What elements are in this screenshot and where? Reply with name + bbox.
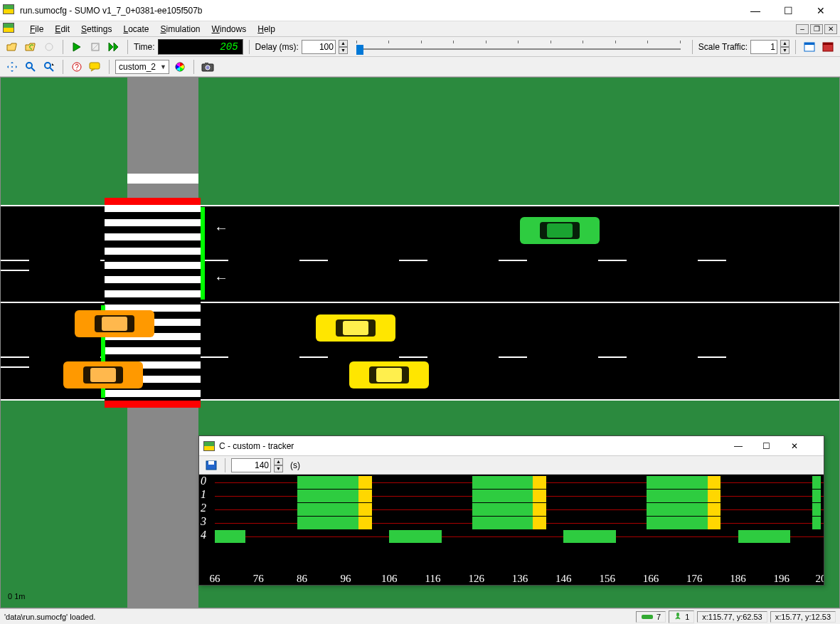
chart-segment: [215, 530, 245, 543]
tracker-maximize-button[interactable]: ☐: [762, 441, 791, 451]
tracker-close-button[interactable]: ✕: [791, 441, 819, 451]
menubar: File Edit Settings Locate Simulation Win…: [0, 21, 840, 37]
chart-x-tick: 66: [210, 573, 220, 585]
scale-spinner[interactable]: ▲▼: [780, 40, 790, 54]
save-button[interactable]: [41, 39, 57, 55]
help-button[interactable]: ?: [69, 59, 85, 75]
simulation-viewport[interactable]: ← ← 0 1m C - custom - tracker — ☐ ✕ ▲▼ (…: [0, 77, 840, 608]
chart-x-tick: 146: [555, 573, 572, 585]
menu-edit[interactable]: Edit: [49, 23, 75, 36]
chart-segment: [297, 503, 358, 516]
tracker-chart: 0123466768696106116126136146156166176186…: [199, 475, 824, 585]
tracker-window[interactable]: C - custom - tracker — ☐ ✕ ▲▼ (s) 012346…: [198, 435, 824, 586]
screenshot-button[interactable]: [200, 59, 216, 75]
menu-locate[interactable]: Locate: [117, 23, 154, 36]
color-settings-button[interactable]: [172, 59, 188, 75]
chart-x-tick: 156: [599, 573, 615, 585]
stop-icon: [90, 42, 100, 52]
window-title: run.sumocfg - SUMO v1_7_0+0381-ee105f507…: [20, 6, 739, 16]
svg-point-14: [206, 65, 210, 70]
car-yellow-1: [316, 314, 395, 342]
step-button[interactable]: [106, 39, 122, 55]
menu-simulation[interactable]: Simulation: [154, 23, 206, 36]
tracker-interval-input[interactable]: [231, 458, 271, 472]
zoom-button[interactable]: [23, 59, 38, 75]
folder-reload-icon: [25, 42, 36, 52]
mdi-restore-button[interactable]: ❐: [810, 24, 823, 34]
color-scheme-select[interactable]: custom_2: [115, 60, 169, 74]
chart-segment: [812, 503, 821, 516]
tooltip-button[interactable]: [87, 59, 103, 75]
play-icon: [72, 42, 82, 52]
tracker-interval-spinner[interactable]: ▲▼: [274, 458, 283, 472]
chart-row-label: 1: [201, 488, 206, 501]
tracker-save-button[interactable]: [203, 458, 219, 473]
app-icon: [3, 4, 16, 17]
menu-help[interactable]: Help: [252, 23, 281, 36]
menu-windows[interactable]: Windows: [206, 23, 252, 36]
color-wheel-icon: [174, 61, 186, 73]
chart-row-label: 2: [201, 502, 206, 514]
locate-button[interactable]: [41, 59, 57, 75]
statusbar: 'data\run.sumocfg' loaded. 7 1 x:115.77,…: [0, 608, 840, 624]
new-view-button[interactable]: [802, 39, 817, 55]
tracker-minimize-button[interactable]: —: [734, 441, 762, 451]
svg-rect-5: [823, 43, 833, 45]
open-button[interactable]: [4, 39, 20, 55]
tracker-interval-unit: (s): [290, 460, 300, 470]
chart-segment: [812, 476, 821, 489]
chart-segment: [389, 530, 442, 543]
scale-legend: 0 1m: [8, 592, 25, 601]
chart-segment: [812, 490, 821, 502]
svg-text:?: ?: [75, 63, 79, 71]
new-3d-view-button[interactable]: [820, 39, 836, 55]
chart-x-tick: 186: [730, 573, 746, 585]
scale-input[interactable]: [750, 40, 777, 54]
lane-arrow: ←: [214, 270, 228, 286]
svg-rect-3: [804, 43, 814, 45]
mdi-minimize-button[interactable]: –: [796, 24, 809, 34]
svg-point-0: [46, 43, 53, 51]
svg-point-7: [26, 63, 32, 68]
chart-segment: [358, 503, 371, 516]
chart-segment: [297, 476, 358, 489]
menu-settings[interactable]: Settings: [75, 23, 117, 36]
reload-button[interactable]: [23, 39, 38, 55]
minimize-button[interactable]: —: [739, 0, 772, 21]
delay-label: Delay (ms):: [255, 42, 299, 52]
status-message: 'data\run.sumocfg' loaded.: [4, 613, 633, 621]
chart-x-tick: 116: [425, 573, 440, 585]
play-button[interactable]: [69, 39, 85, 55]
maximize-button[interactable]: ☐: [772, 0, 804, 21]
mdi-close-button[interactable]: ✕: [824, 24, 837, 34]
chart-segment: [708, 476, 721, 489]
delay-slider[interactable]: [356, 41, 681, 53]
magnifier-icon: [25, 61, 36, 73]
delay-spinner[interactable]: ▲▼: [339, 40, 348, 54]
chart-segment: [472, 517, 533, 529]
svg-rect-15: [205, 63, 208, 65]
tracker-title: C - custom - tracker: [219, 441, 734, 451]
chart-segment: [533, 476, 546, 489]
window-titlebar: run.sumocfg - SUMO v1_7_0+0381-ee105f507…: [0, 0, 840, 21]
delay-input[interactable]: [302, 40, 336, 54]
traffic-light-top-green: [201, 207, 205, 300]
chart-x-tick: 96: [340, 573, 351, 585]
chart-segment: [708, 490, 721, 502]
menu-file[interactable]: File: [24, 23, 49, 36]
window-icon: [804, 42, 815, 52]
chart-x-tick: 20: [816, 573, 824, 585]
speech-bubble-icon: [89, 62, 102, 72]
chart-segment: [358, 517, 371, 529]
close-button[interactable]: ✕: [804, 0, 837, 21]
chart-segment: [647, 517, 708, 529]
svg-point-8: [45, 63, 50, 68]
stop-button[interactable]: [87, 39, 103, 55]
chart-segment: [533, 503, 546, 516]
coord-cell-2: x:15.77, y:12.53: [770, 611, 836, 623]
chart-row-label: 0: [201, 475, 206, 487]
chart-x-tick: 176: [686, 573, 703, 585]
recenter-button[interactable]: [4, 59, 20, 75]
app-menu-icon: [3, 23, 16, 36]
svg-rect-11: [90, 63, 100, 69]
